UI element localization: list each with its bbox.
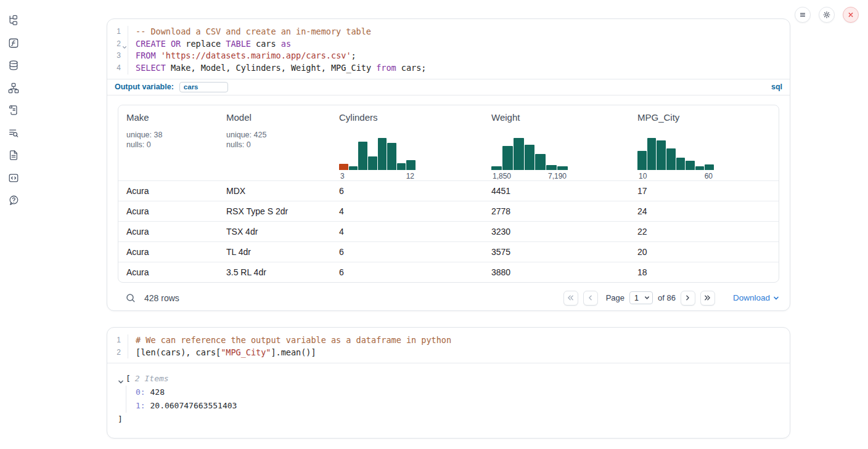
histogram-bar <box>546 165 557 170</box>
close-icon <box>846 10 855 19</box>
sql-code-editor[interactable]: 1-- Download a CSV and create an in-memo… <box>107 19 790 79</box>
table-cell: Acura <box>118 247 218 257</box>
database-icon[interactable] <box>8 60 19 71</box>
code-token: -- Download a CSV and create an in-memor… <box>136 26 371 36</box>
page-select[interactable]: 1 <box>629 291 653 304</box>
column-label[interactable]: Model <box>226 112 331 123</box>
histogram-bar <box>514 138 524 170</box>
python-output-tree: [ 2 Items 0: 4281: 20.060747663551403 ] <box>107 363 790 435</box>
column-header: Weight1,8507,190 <box>483 112 629 180</box>
table-cell: 3575 <box>483 247 629 257</box>
function-icon[interactable] <box>8 38 19 49</box>
code-token: Make, Model, Cylinders, Weight, MPG_City <box>166 63 376 73</box>
histogram-bar <box>686 161 695 170</box>
histogram-bar <box>397 163 406 170</box>
scratchpad-icon[interactable] <box>8 105 19 116</box>
table-cell: Acura <box>118 227 218 237</box>
histogram-bar <box>491 166 502 170</box>
table-footer: 428 rows Page 1 of 86 <box>118 289 779 307</box>
code-line[interactable]: 3FROM 'https://datasets.marimo.app/cars.… <box>107 50 790 62</box>
settings-button[interactable] <box>819 7 835 23</box>
close-bracket: ] <box>118 413 779 426</box>
search-icon[interactable] <box>125 293 136 304</box>
table-cell: 22 <box>629 227 779 237</box>
items-count-label: 2 Items <box>135 372 169 386</box>
column-stats: unique: 38nulls: 0 <box>126 130 218 150</box>
language-badge[interactable]: sql <box>771 83 782 91</box>
row-count: 428 rows <box>144 293 179 303</box>
next-page-button[interactable] <box>681 291 695 305</box>
line-number: 2 <box>107 347 128 359</box>
page-total-label: of 86 <box>658 293 676 302</box>
code-text: FROM 'https://datasets.marimo.app/cars.c… <box>128 50 356 62</box>
menu-button[interactable] <box>795 7 811 23</box>
code-line[interactable]: 1-- Download a CSV and create an in-memo… <box>107 26 790 38</box>
histogram-bar <box>525 145 535 170</box>
tree-entries: 0: 4281: 20.060747663551403 <box>126 386 779 413</box>
download-label: Download <box>733 293 770 302</box>
download-button[interactable]: Download <box>733 293 779 302</box>
code-line[interactable]: 2[len(cars), cars["MPG_City"].mean()] <box>107 347 790 359</box>
column-label[interactable]: Make <box>126 112 218 123</box>
document-icon[interactable] <box>8 150 19 161</box>
table-cell: 4 <box>331 227 483 237</box>
histogram-bar <box>358 142 367 170</box>
column-histogram: 1060 <box>637 138 714 180</box>
table-cell: Acura <box>118 186 218 196</box>
sql-cell: 1-- Download a CSV and create an in-memo… <box>107 18 790 311</box>
column-header: Modelunique: 425nulls: 0 <box>218 112 331 180</box>
code-token: ].mean()] <box>271 347 316 357</box>
code-token <box>166 39 171 49</box>
output-variable-input[interactable] <box>179 82 228 92</box>
python-code-editor[interactable]: 1# We can reference the output variable … <box>107 328 790 363</box>
logs-icon[interactable] <box>8 127 19 139</box>
histogram-bar <box>695 166 705 170</box>
dependency-graph-icon[interactable] <box>8 83 19 94</box>
histogram-bar <box>535 154 546 170</box>
histogram-bar <box>637 151 647 170</box>
fold-chevron-icon[interactable] <box>122 42 127 47</box>
last-page-button[interactable] <box>700 291 715 305</box>
chevrons-left-icon <box>567 294 575 302</box>
code-line[interactable]: 1# We can reference the output variable … <box>107 334 790 347</box>
table-cell: Acura <box>118 206 218 216</box>
histogram-bar <box>387 143 396 170</box>
collapse-icon[interactable] <box>118 376 124 382</box>
tree-entry-value: 20.060747663551403 <box>145 401 237 410</box>
column-stats: unique: 425nulls: 0 <box>226 130 331 150</box>
column-label[interactable]: Cylinders <box>339 112 483 123</box>
column-header: Makeunique: 38nulls: 0 <box>118 112 218 180</box>
line-number: 3 <box>107 50 128 62</box>
code-text: CREATE OR replace TABLE cars as <box>128 38 291 51</box>
table-cell: MDX <box>218 186 331 196</box>
table-cell: 6 <box>331 267 483 277</box>
histogram-bar <box>502 146 513 170</box>
histogram-bar <box>647 138 657 170</box>
table-cell: 6 <box>331 247 483 257</box>
file-tree-icon[interactable] <box>8 15 19 26</box>
tree-entry: 1: 20.060747663551403 <box>136 399 779 413</box>
notebook-actions <box>795 7 859 23</box>
code-token <box>156 51 161 60</box>
help-icon[interactable] <box>8 195 19 206</box>
first-page-button[interactable] <box>563 291 578 305</box>
column-label[interactable]: MPG_City <box>637 112 779 123</box>
code-line[interactable]: 2CREATE OR replace TABLE cars as <box>107 38 790 51</box>
sidebar <box>0 0 27 449</box>
pagination: Page 1 of 86 Download <box>563 291 779 305</box>
shutdown-button[interactable] <box>843 7 859 23</box>
histogram-axis: 312 <box>339 172 416 180</box>
column-label[interactable]: Weight <box>491 112 629 123</box>
table-body: AcuraMDX6445117AcuraRSX Type S 2dr427782… <box>118 180 779 282</box>
code-line[interactable]: 4SELECT Make, Model, Cylinders, Weight, … <box>107 62 790 75</box>
output-variable-label: Output variable: <box>115 83 174 91</box>
table-row: Acura3.5 RL 4dr6388018 <box>118 262 779 282</box>
table-cell: Acura <box>118 267 218 277</box>
snippets-icon[interactable] <box>8 172 19 184</box>
column-header: MPG_City1060 <box>629 112 779 180</box>
table-cell: 18 <box>629 267 779 277</box>
prev-page-button[interactable] <box>583 291 598 305</box>
sql-cell-footer: Output variable: sql <box>107 79 790 95</box>
code-token: # We can reference the output variable a… <box>136 335 451 345</box>
histogram-bar <box>705 164 714 170</box>
